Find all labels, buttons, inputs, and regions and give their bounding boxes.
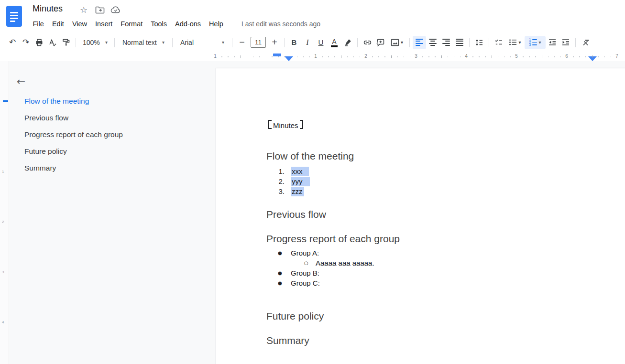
menu-format[interactable]: Format xyxy=(117,19,147,29)
redo-button[interactable]: ↷ xyxy=(19,36,33,49)
ruler-tick xyxy=(378,56,379,57)
doc-heading-summary[interactable]: Summary xyxy=(266,334,309,347)
ruler-tick xyxy=(259,56,260,57)
vertical-ruler: 1234 xyxy=(0,61,9,364)
outline-item-summary[interactable]: Summary xyxy=(24,163,56,173)
left-indent-marker[interactable] xyxy=(285,56,293,61)
toolbar-separator xyxy=(232,38,232,47)
ruler-tick xyxy=(504,56,505,57)
horizontal-ruler[interactable]: 11234567 xyxy=(0,53,625,62)
ruler-tick xyxy=(391,55,392,58)
hollow-bullet-icon: ○ xyxy=(304,258,308,268)
line-spacing-button[interactable] xyxy=(472,36,486,49)
decrease-indent-button[interactable] xyxy=(546,36,559,49)
zoom-select[interactable]: 100%▾ xyxy=(79,36,111,49)
move-to-folder-icon[interactable] xyxy=(95,6,105,14)
font-size-decrease-button[interactable]: − xyxy=(235,36,249,49)
outline-item-progress-report[interactable]: Progress report of each group xyxy=(24,129,123,140)
outline-item-flow-of-the-meeting[interactable]: Flow of the meeting xyxy=(24,96,89,107)
undo-button[interactable]: ↶ xyxy=(6,36,19,49)
menu-tools[interactable]: Tools xyxy=(147,19,171,29)
outline-item-future-policy[interactable]: Future policy xyxy=(24,146,67,157)
right-indent-marker[interactable] xyxy=(588,56,597,61)
ruler-tick xyxy=(548,56,549,57)
ruler-number: 5 xyxy=(515,54,518,59)
spellcheck-button[interactable] xyxy=(46,36,59,49)
ruler-number: 4 xyxy=(465,54,468,59)
text-color-button[interactable]: A xyxy=(328,36,341,49)
document-title[interactable]: Minutes xyxy=(33,4,63,14)
ruler-tick xyxy=(448,56,449,57)
ruler-tick xyxy=(410,56,411,57)
ruler-tick xyxy=(435,56,436,57)
last-edit-link[interactable]: Last edit was seconds ago xyxy=(241,20,320,28)
vertical-ruler-number: 4 xyxy=(2,320,4,324)
italic-button[interactable]: I xyxy=(301,36,314,49)
ruler-tick xyxy=(372,56,373,57)
selected-text: yyy xyxy=(291,177,310,186)
main-area: 1234 ← Flow of the meeting Previous flow… xyxy=(0,61,625,364)
print-button[interactable] xyxy=(33,36,46,49)
ruler-tick xyxy=(441,55,442,58)
doc-heading-future[interactable]: Future policy xyxy=(266,310,324,323)
bulleted-list-button[interactable]: ▾ xyxy=(505,36,525,49)
save-status-cloud-icon[interactable] xyxy=(110,6,121,14)
paint-format-button[interactable] xyxy=(59,36,73,49)
checklist-button[interactable] xyxy=(492,36,505,49)
ruler-tick xyxy=(573,56,574,57)
left-lenticular-bracket xyxy=(268,120,272,129)
vertical-ruler-number: 2 xyxy=(2,220,4,224)
insert-image-button[interactable]: ▾ xyxy=(387,36,406,49)
chevron-down-icon: ▾ xyxy=(105,40,108,45)
font-size-increase-button[interactable]: + xyxy=(268,36,281,49)
doc-heading-previous[interactable]: Previous flow xyxy=(266,208,326,221)
vertical-ruler-number: 1 xyxy=(2,170,4,174)
menu-view[interactable]: View xyxy=(68,19,91,29)
ruler-tick xyxy=(510,56,511,57)
menu-insert[interactable]: Insert xyxy=(91,19,117,29)
clear-formatting-button[interactable] xyxy=(579,36,592,49)
align-left-button[interactable] xyxy=(413,36,426,49)
first-line-indent-marker[interactable] xyxy=(273,54,281,56)
font-family-select[interactable]: Arial▾ xyxy=(175,36,229,49)
ruler-tick xyxy=(360,56,361,57)
star-icon[interactable]: ☆ xyxy=(80,5,88,15)
ruler-tick xyxy=(353,56,354,57)
bold-button[interactable]: B xyxy=(287,36,301,49)
close-outline-back-icon[interactable]: ← xyxy=(12,73,30,90)
docs-logo-icon[interactable] xyxy=(6,6,22,27)
outline-item-previous-flow[interactable]: Previous flow xyxy=(24,113,68,123)
ruler-tick xyxy=(460,56,461,57)
numbered-list-button[interactable]: 1 2 3 ▾ xyxy=(525,36,546,49)
font-size-input[interactable]: 11 xyxy=(251,37,266,48)
increase-indent-button[interactable] xyxy=(559,36,572,49)
ruler-tick xyxy=(611,56,612,57)
underline-button[interactable]: U xyxy=(314,36,328,49)
toolbar-separator xyxy=(114,38,115,47)
menu-file[interactable]: File xyxy=(29,19,48,29)
document-page[interactable]: Minutes Flow of the meeting 1. xxx 2. yy… xyxy=(216,68,625,364)
align-right-button[interactable] xyxy=(439,36,453,49)
ruler-tick xyxy=(241,55,241,58)
ruler-tick xyxy=(485,56,486,57)
menu-addons[interactable]: Add-ons xyxy=(171,19,205,29)
highlight-color-button[interactable] xyxy=(341,36,354,49)
menu-bar: File Edit View Insert Format Tools Add-o… xyxy=(29,19,227,29)
ruler-tick xyxy=(384,56,385,57)
doc-heading-progress[interactable]: Progress report of each group xyxy=(266,232,400,246)
ruler-tick xyxy=(422,56,423,57)
align-justify-button[interactable] xyxy=(453,36,466,49)
ruler-tick xyxy=(228,56,229,57)
menu-edit[interactable]: Edit xyxy=(48,19,68,29)
ruler-tick xyxy=(404,56,405,57)
doc-heading-flow[interactable]: Flow of the meeting xyxy=(266,150,354,163)
ruler-tick xyxy=(428,56,429,57)
insert-link-button[interactable] xyxy=(361,36,374,49)
align-center-button[interactable] xyxy=(426,36,439,49)
paragraph-style-select[interactable]: Normal text▾ xyxy=(118,36,169,49)
menu-help[interactable]: Help xyxy=(205,19,228,29)
doc-intro-line[interactable]: Minutes xyxy=(268,120,303,130)
add-comment-button[interactable] xyxy=(374,36,387,49)
ruler-tick xyxy=(272,56,273,57)
vertical-ruler-number: 3 xyxy=(2,270,4,274)
